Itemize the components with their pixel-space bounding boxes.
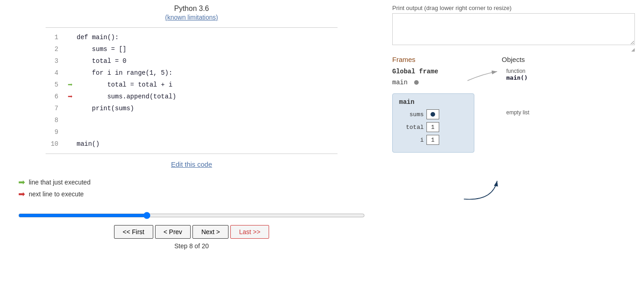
frames-title: Frames xyxy=(392,56,474,63)
code-line-2: 2 sums = [] xyxy=(46,43,338,55)
print-output-box[interactable] xyxy=(392,13,635,45)
red-arrow-icon: ➡ xyxy=(18,189,25,199)
var-val-sums xyxy=(426,109,439,119)
edit-code-link[interactable]: Edit this code xyxy=(171,160,212,168)
line-code xyxy=(77,114,338,126)
line-number: 1 xyxy=(46,31,64,43)
known-limitations-link[interactable]: (known limitations) xyxy=(165,14,218,21)
line-code: for i in range(1, 5): xyxy=(77,67,338,79)
var-val-total: 1 xyxy=(426,122,439,132)
line-number: 7 xyxy=(46,102,64,114)
var-val-i: 1 xyxy=(426,135,439,145)
line-code: total = 0 xyxy=(77,55,338,67)
next-button[interactable]: Next > xyxy=(192,225,229,239)
frame-var-sums: sums xyxy=(399,109,467,119)
main-pointer-dot xyxy=(414,80,419,85)
code-line-3: 3 total = 0 xyxy=(46,55,338,67)
red-arrow-icon: ➡ xyxy=(68,92,73,102)
frame-var-total: total 1 xyxy=(399,122,467,132)
var-name-sums: sums xyxy=(399,111,424,118)
resize-icon: ◢ xyxy=(392,47,635,52)
code-line-6: 6➡ sums.append(total) xyxy=(46,91,338,102)
code-line-9: 9 xyxy=(46,126,338,138)
line-arrow: ➡ xyxy=(64,91,77,102)
frames-column: Frames Global frame main main sums xyxy=(392,56,474,153)
objects-title: Objects xyxy=(502,56,530,63)
legend-red: ➡ next line to execute xyxy=(18,189,90,199)
print-output-label: Print output (drag lower right corner to… xyxy=(392,5,635,11)
line-code: sums = [] xyxy=(77,43,338,55)
main-pointer-row: main xyxy=(392,79,419,86)
line-arrow xyxy=(64,138,77,150)
frame-var-i: i 1 xyxy=(399,135,467,145)
line-arrow xyxy=(64,67,77,79)
slider-area xyxy=(9,212,374,220)
prev-button[interactable]: < Prev xyxy=(155,225,191,239)
line-number: 2 xyxy=(46,43,64,55)
sums-pointer-dot xyxy=(431,112,435,117)
empty-list-label: empty list xyxy=(506,109,530,116)
function-label: function xyxy=(506,68,525,74)
global-frame-label: Global frame xyxy=(392,68,438,75)
legend-green: ➡ line that just executed xyxy=(18,177,90,187)
python-version: Python 3.6 xyxy=(174,5,209,13)
function-name: main() xyxy=(506,74,528,81)
line-number: 10 xyxy=(46,138,64,150)
line-number: 5 xyxy=(46,79,64,91)
green-arrow-icon: ➡ xyxy=(18,177,25,187)
line-number: 4 xyxy=(46,67,64,79)
first-button[interactable]: << First xyxy=(114,225,153,239)
line-arrow xyxy=(64,43,77,55)
line-arrow xyxy=(64,114,77,126)
code-table: 1def main():2 sums = []3 total = 04 for … xyxy=(46,31,338,150)
step-slider[interactable] xyxy=(18,212,365,219)
legend-red-label: next line to execute xyxy=(29,190,84,198)
var-name-total: total xyxy=(399,124,424,131)
line-code: main() xyxy=(77,138,338,150)
last-button[interactable]: Last >> xyxy=(230,225,269,239)
green-arrow-icon: ➡ xyxy=(68,81,73,90)
frames-objects-section: Frames Global frame main main sums xyxy=(392,56,635,153)
line-code: print(sums) xyxy=(77,102,338,114)
line-code xyxy=(77,126,338,138)
line-arrow xyxy=(64,55,77,67)
main-frame-title: main xyxy=(399,98,467,106)
code-line-10: 10main() xyxy=(46,138,338,150)
line-code: def main(): xyxy=(77,31,338,43)
line-arrow xyxy=(64,126,77,138)
legend: ➡ line that just executed ➡ next line to… xyxy=(18,177,90,201)
code-line-7: 7 print(sums) xyxy=(46,102,338,114)
global-frame-row: Global frame main xyxy=(392,68,474,86)
line-code: total = total + i xyxy=(77,79,338,91)
left-panel: Python 3.6 (known limitations) 1def main… xyxy=(0,0,383,292)
objects-column: Objects function main() empty list xyxy=(502,56,530,153)
line-number: 8 xyxy=(46,114,64,126)
nav-buttons: << First < Prev Next > Last >> xyxy=(114,225,269,239)
main-frame-box: main sums total 1 i 1 xyxy=(392,93,474,153)
line-number: 6 xyxy=(46,91,64,102)
line-arrow xyxy=(64,31,77,43)
line-code: sums.append(total) xyxy=(77,91,338,102)
line-arrow xyxy=(64,102,77,114)
main-pointer-label: main xyxy=(392,79,408,86)
code-line-4: 4 for i in range(1, 5): xyxy=(46,67,338,79)
line-number: 9 xyxy=(46,126,64,138)
code-line-8: 8 xyxy=(46,114,338,126)
line-number: 3 xyxy=(46,55,64,67)
code-line-1: 1def main(): xyxy=(46,31,338,43)
step-info: Step 8 of 20 xyxy=(174,242,209,250)
code-line-5: 5➡ total = total + i xyxy=(46,79,338,91)
function-object: function main() xyxy=(506,68,530,81)
line-arrow: ➡ xyxy=(64,79,77,91)
var-name-i: i xyxy=(399,137,424,143)
legend-green-label: line that just executed xyxy=(29,179,90,186)
empty-list-object: empty list xyxy=(506,108,530,116)
right-panel: Print output (drag lower right corner to… xyxy=(383,0,644,292)
code-area: 1def main():2 sums = []3 total = 04 for … xyxy=(46,27,338,154)
